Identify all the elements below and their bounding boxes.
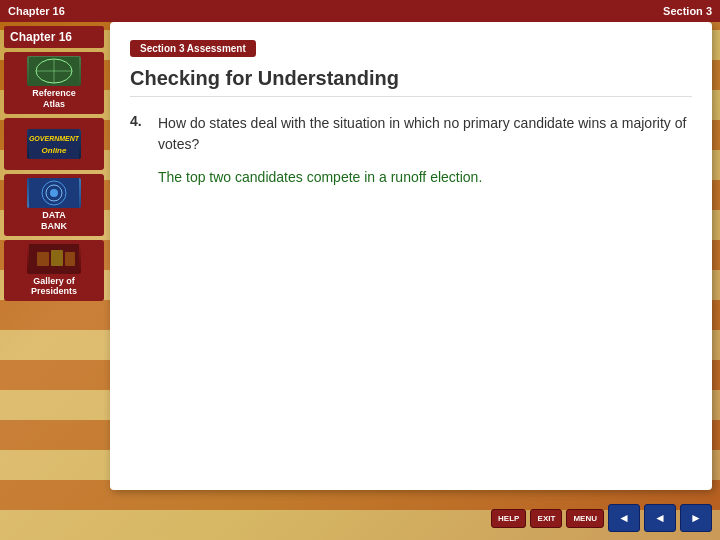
svg-text:GOVERNMENT: GOVERNMENT — [29, 135, 79, 142]
help-button[interactable]: HELP — [491, 509, 526, 528]
exit-button[interactable]: EXIT — [530, 509, 562, 528]
top-bar: Chapter 16 Section 3 — [0, 0, 720, 22]
data-bank-label: DATA BANK — [41, 210, 67, 232]
sidebar-item-reference-atlas[interactable]: Reference Atlas — [4, 52, 104, 114]
atlas-icon — [27, 56, 81, 86]
menu-button[interactable]: MENU — [566, 509, 604, 528]
question-container: 4. How do states deal with the situation… — [130, 113, 692, 155]
answer-text: The top two candidates compete in a runo… — [158, 167, 692, 188]
svg-rect-13 — [51, 250, 63, 266]
sidebar-item-gallery[interactable]: Gallery of Presidents — [4, 240, 104, 302]
government-icon: GOVERNMENT Online — [27, 129, 81, 159]
sidebar-item-data-bank[interactable]: DATA BANK — [4, 174, 104, 236]
question-number: 4. — [130, 113, 150, 155]
next-button[interactable]: ► — [680, 504, 712, 532]
sidebar-item-government-online[interactable]: GOVERNMENT Online — [4, 118, 104, 170]
data-bank-icon — [27, 178, 81, 208]
svg-rect-12 — [37, 252, 49, 266]
chapter-label: Chapter 16 — [8, 5, 65, 17]
svg-point-10 — [50, 189, 58, 197]
bottom-navigation: HELP EXIT MENU ◄ ◄ ► — [491, 504, 712, 532]
gallery-icon — [27, 244, 81, 274]
svg-rect-14 — [65, 252, 75, 266]
back-button[interactable]: ◄ — [644, 504, 676, 532]
app-wrapper: Chapter 16 Section 3 Chapter 16 Referenc… — [0, 0, 720, 540]
left-sidebar: Chapter 16 Reference Atlas GOVERNME — [0, 22, 108, 540]
chapter-box: Chapter 16 — [4, 26, 104, 48]
svg-text:Online: Online — [42, 146, 67, 155]
section-label: Section 3 — [663, 5, 712, 17]
prev-button[interactable]: ◄ — [608, 504, 640, 532]
page-title: Checking for Understanding — [130, 67, 692, 97]
section-assessment-badge: Section 3 Assessment — [130, 40, 256, 57]
main-content: Section 3 Assessment Checking for Unders… — [110, 22, 712, 490]
question-text: How do states deal with the situation in… — [158, 113, 692, 155]
gallery-label: Gallery of Presidents — [31, 276, 77, 298]
atlas-label: Reference Atlas — [32, 88, 76, 110]
